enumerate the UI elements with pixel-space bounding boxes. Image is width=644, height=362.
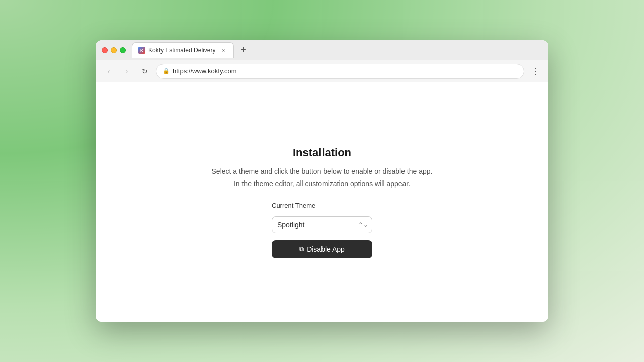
minimize-button[interactable]: [111, 47, 117, 53]
tab-favicon: K: [138, 47, 145, 54]
traffic-lights: [102, 47, 126, 53]
tab-close-button[interactable]: ×: [219, 46, 227, 54]
theme-select-wrapper: Spotlight Dawn Debut Brooklyn Minimal ⌃⌄: [272, 216, 372, 233]
maximize-button[interactable]: [120, 47, 126, 53]
browser-window: K Kokfy Estimated Delivery × + ‹ › ↻ 🔒 h…: [96, 40, 548, 322]
close-button[interactable]: [102, 47, 108, 53]
page-title: Installation: [293, 146, 351, 159]
page-description: Select a theme and click the button belo…: [212, 167, 433, 175]
forward-button[interactable]: ›: [120, 64, 134, 78]
nav-bar: ‹ › ↻ 🔒 https://www.kokfy.com ⋮: [96, 60, 548, 82]
back-button[interactable]: ‹: [102, 64, 116, 78]
disable-app-label: Disable App: [307, 245, 345, 253]
lock-icon: 🔒: [163, 68, 170, 74]
theme-label: Current Theme: [272, 202, 315, 209]
page-content: Installation Select a theme and click th…: [96, 82, 548, 322]
external-link-icon: ⧉: [299, 245, 304, 253]
address-text: https://www.kokfy.com: [173, 67, 237, 75]
page-note: In the theme editor, all customization o…: [234, 179, 410, 188]
new-tab-button[interactable]: +: [236, 43, 250, 57]
browser-menu-button[interactable]: ⋮: [528, 64, 542, 78]
tab-title: Kokfy Estimated Delivery: [148, 47, 215, 54]
reload-button[interactable]: ↻: [138, 64, 152, 78]
active-tab[interactable]: K Kokfy Estimated Delivery ×: [132, 42, 234, 58]
installation-form: Current Theme Spotlight Dawn Debut Brook…: [272, 202, 372, 258]
title-bar: K Kokfy Estimated Delivery × +: [96, 40, 548, 60]
theme-select[interactable]: Spotlight Dawn Debut Brooklyn Minimal: [272, 216, 372, 233]
address-bar[interactable]: 🔒 https://www.kokfy.com: [156, 64, 524, 79]
tab-bar: K Kokfy Estimated Delivery × +: [132, 42, 542, 58]
disable-app-button[interactable]: ⧉ Disable App: [272, 240, 372, 258]
